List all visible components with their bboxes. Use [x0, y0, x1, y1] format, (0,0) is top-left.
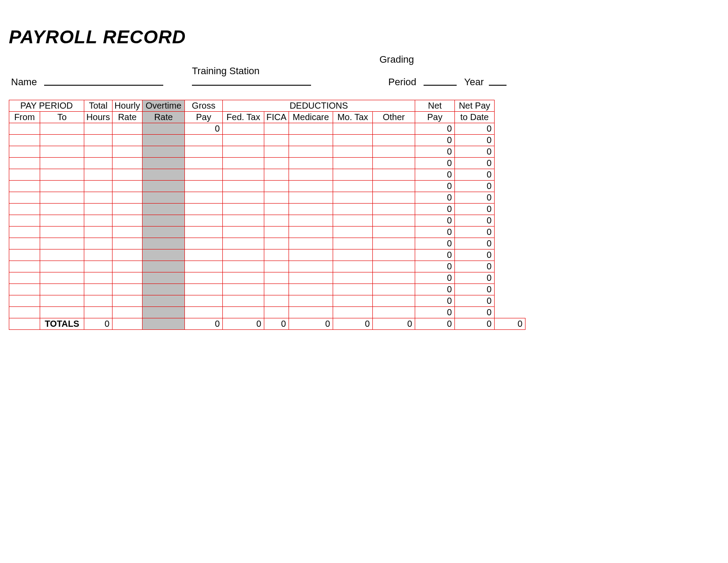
- cell-net_pay: 0: [415, 158, 455, 169]
- cell-fed_tax: [223, 295, 264, 307]
- cell-extra-hidden: [495, 307, 525, 318]
- name-label: Name: [11, 76, 37, 88]
- cell-fed_tax: [223, 249, 264, 261]
- cell-net_pay_to_date: 0: [455, 135, 495, 146]
- table-row: 00: [9, 215, 525, 227]
- cell-net_pay: 0: [415, 307, 455, 318]
- cell-fed_tax: [223, 192, 264, 204]
- cell-net_pay: 0: [415, 169, 455, 181]
- cell-fica: [264, 307, 289, 318]
- totals-gross_pay: 0: [185, 318, 223, 330]
- cell-overtime_rate: [143, 238, 185, 249]
- cell-extra-hidden: [495, 227, 525, 238]
- cell-fica: [264, 181, 289, 192]
- cell-other: [373, 227, 415, 238]
- cell-fed_tax: [223, 272, 264, 284]
- cell-total_hours: [84, 249, 113, 261]
- totals-mo_tax: 0: [333, 318, 373, 330]
- cell-net_pay_to_date: 0: [455, 215, 495, 227]
- cell-net_pay: 0: [415, 215, 455, 227]
- cell-medicare: [289, 249, 333, 261]
- cell-from: [9, 181, 40, 192]
- header-overtime-rate: Overtime: [143, 100, 185, 112]
- cell-from: [9, 215, 40, 227]
- cell-gross_pay: [185, 169, 223, 181]
- cell-hourly_rate: [113, 181, 143, 192]
- cell-to: [40, 135, 84, 146]
- cell-overtime_rate: [143, 249, 185, 261]
- header-net-pay: Net: [415, 100, 455, 112]
- cell-extra-hidden: [495, 169, 525, 181]
- cell-overtime_rate: [143, 123, 185, 135]
- cell-fica: [264, 295, 289, 307]
- table-row: 00: [9, 204, 525, 215]
- table-row: 00: [9, 295, 525, 307]
- cell-medicare: [289, 135, 333, 146]
- header-fed-tax: Fed. Tax: [223, 112, 264, 123]
- cell-mo_tax: [333, 307, 373, 318]
- cell-fed_tax: [223, 307, 264, 318]
- cell-other: [373, 238, 415, 249]
- cell-extra-hidden: [495, 272, 525, 284]
- cell-extra-hidden: [495, 146, 525, 158]
- header-other: Other: [373, 112, 415, 123]
- cell-to: [40, 169, 84, 181]
- cell-extra-hidden: [495, 123, 525, 135]
- cell-hourly_rate: [113, 215, 143, 227]
- cell-to: [40, 284, 84, 295]
- cell-total_hours: [84, 169, 113, 181]
- cell-hourly_rate: [113, 192, 143, 204]
- table-row: 00: [9, 146, 525, 158]
- cell-fica: [264, 215, 289, 227]
- cell-overtime_rate: [143, 192, 185, 204]
- cell-net_pay: 0: [415, 272, 455, 284]
- cell-fica: [264, 227, 289, 238]
- cell-extra-hidden: [495, 284, 525, 295]
- cell-from: [9, 307, 40, 318]
- cell-net_pay_to_date: 0: [455, 146, 495, 158]
- cell-net_pay: 0: [415, 135, 455, 146]
- page-title: PAYROLL RECORD: [9, 26, 719, 48]
- cell-total_hours: [84, 135, 113, 146]
- cell-extra-hidden: [495, 192, 525, 204]
- cell-from: [9, 169, 40, 181]
- cell-medicare: [289, 169, 333, 181]
- grading-label: Grading: [379, 54, 414, 65]
- cell-medicare: [289, 146, 333, 158]
- cell-medicare: [289, 295, 333, 307]
- cell-total_hours: [84, 272, 113, 284]
- cell-other: [373, 181, 415, 192]
- cell-hourly_rate: [113, 227, 143, 238]
- cell-to: [40, 307, 84, 318]
- cell-mo_tax: [333, 158, 373, 169]
- cell-other: [373, 146, 415, 158]
- cell-to: [40, 215, 84, 227]
- cell-overtime_rate: [143, 215, 185, 227]
- cell-gross_pay: [185, 192, 223, 204]
- cell-gross_pay: [185, 238, 223, 249]
- cell-extra-hidden: [495, 238, 525, 249]
- cell-from: [9, 318, 40, 330]
- cell-other: [373, 249, 415, 261]
- cell-overtime_rate: [143, 204, 185, 215]
- table-header-row-1: PAY PERIOD Total Hourly Overtime Gross D…: [9, 100, 525, 112]
- cell-medicare: [289, 192, 333, 204]
- cell-medicare: [289, 181, 333, 192]
- cell-mo_tax: [333, 123, 373, 135]
- cell-from: [9, 284, 40, 295]
- cell-total_hours: [84, 307, 113, 318]
- cell-fica: [264, 169, 289, 181]
- cell-medicare: [289, 123, 333, 135]
- cell-gross_pay: [185, 272, 223, 284]
- cell-overtime_rate: [143, 169, 185, 181]
- totals-hourly_rate: [113, 318, 143, 330]
- cell-total_hours: [84, 215, 113, 227]
- cell-fed_tax: [223, 146, 264, 158]
- cell-fed_tax: [223, 261, 264, 272]
- cell-to: [40, 123, 84, 135]
- cell-mo_tax: [333, 181, 373, 192]
- cell-fica: [264, 284, 289, 295]
- cell-overtime_rate: [143, 261, 185, 272]
- cell-hourly_rate: [113, 307, 143, 318]
- table-row: 00: [9, 158, 525, 169]
